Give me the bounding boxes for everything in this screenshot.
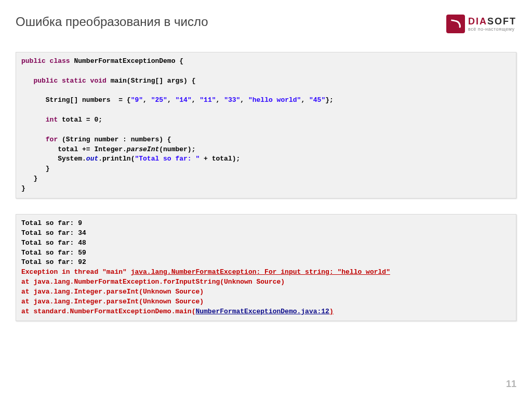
console-output: Total so far: 9 Total so far: 34 Total s… (16, 214, 516, 321)
exception-line: Exception in thread "main" java.lang.Num… (21, 268, 390, 276)
brand-text: DIASOFT всё по-настоящему (468, 17, 516, 32)
stack-line: at java.lang.Integer.parseInt(Unknown So… (21, 288, 204, 296)
stack-line: at standard.NumberFormatExceptionDemo.ma… (21, 308, 334, 315)
output-line: Total so far: 48 (21, 239, 86, 247)
brand-name: DIASOFT (468, 17, 516, 26)
brand-logo: DIASOFT всё по-настоящему (446, 15, 516, 33)
stack-line: at java.lang.NumberFormatException.forIn… (21, 278, 285, 286)
code-keyword: int (46, 116, 58, 124)
slide-title: Ошибка преобразования в число (16, 15, 208, 29)
code-keyword: public class (21, 57, 70, 65)
code-listing: public class NumberFormatExceptionDemo {… (16, 52, 516, 198)
output-line: Total so far: 92 (21, 258, 86, 266)
output-line: Total so far: 59 (21, 249, 86, 257)
page-number: 11 (506, 379, 516, 390)
source-link[interactable]: NumberFormatExceptionDemo.java:12 (195, 308, 329, 315)
slide-header: Ошибка преобразования в число DIASOFT вс… (16, 15, 516, 33)
code-keyword: for (46, 136, 58, 143)
output-line: Total so far: 34 (21, 229, 86, 237)
code-keyword: public static void (33, 77, 106, 85)
stack-line: at java.lang.Integer.parseInt(Unknown So… (21, 298, 204, 305)
brand-badge-icon (446, 15, 465, 33)
output-line: Total so far: 9 (21, 219, 82, 227)
brand-tagline: всё по-настоящему (468, 27, 516, 32)
